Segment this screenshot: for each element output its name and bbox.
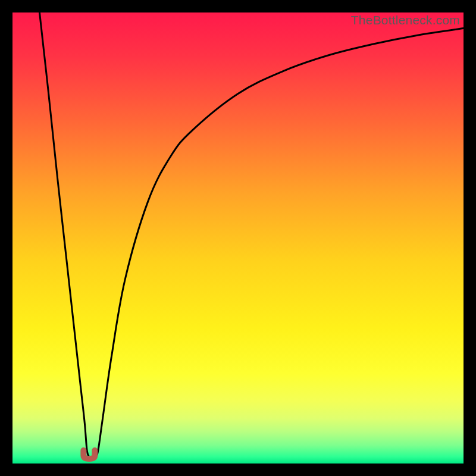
curve-line <box>39 12 464 459</box>
dip-marker-icon <box>83 450 95 459</box>
watermark-text: TheBottleneck.com <box>351 13 460 27</box>
bottleneck-curve <box>12 12 464 464</box>
plot-area: TheBottleneck.com <box>12 12 464 464</box>
